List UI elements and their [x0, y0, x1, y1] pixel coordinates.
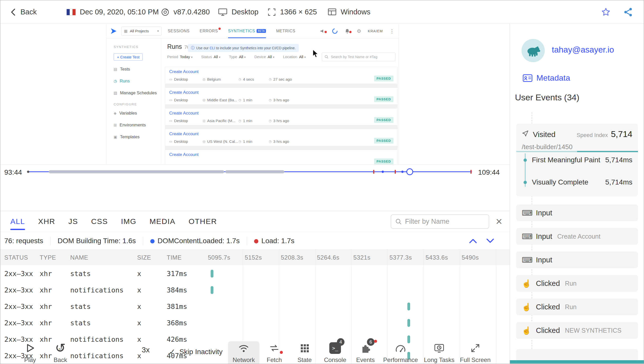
replayed-app-tabs: SESSIONS ERRORS SYNTHETICSBETA METRICS	[168, 24, 295, 38]
screen-resolution: 1366 × 625	[267, 0, 317, 24]
status-badge: PASSED	[374, 158, 393, 164]
skip-back-button[interactable]: ↺10 Back	[48, 342, 72, 363]
tab-css[interactable]: CSS	[91, 211, 108, 232]
user-email: tahay@asayer.io	[552, 45, 614, 55]
timeline-track[interactable]	[28, 165, 472, 179]
dom-building-time: DOM Building Time: 1.6s	[58, 237, 136, 245]
info-icon: ⓘ	[191, 46, 194, 50]
fetch-panel-button[interactable]: Fetch	[260, 342, 288, 363]
timeline-start-dot	[27, 171, 29, 173]
location-pin-icon: ◎	[203, 140, 205, 143]
full-screen-button[interactable]: Full Screen	[459, 342, 492, 363]
dcl-dot-icon	[150, 239, 155, 243]
sidebar-item-manage-schedules: ▧Manage Schedules	[114, 90, 161, 96]
chevron-left-icon	[10, 7, 16, 17]
project-selector-label: All Projects	[130, 29, 149, 33]
back-button[interactable]: Back	[10, 0, 37, 24]
filter-location: LocationAll▾	[283, 55, 306, 59]
sidebar-section-synthetics: SYNTHETICS	[114, 45, 161, 49]
input-event-card[interactable]: ⌨ Input	[516, 252, 638, 268]
metadata-button[interactable]: Metadata	[523, 73, 570, 83]
network-table-header: STATUS TYPE NAME SIZE TIME 5095.7s 5152s…	[0, 249, 510, 265]
play-button[interactable]: Play	[18, 342, 42, 363]
loading-spinner-icon	[332, 28, 338, 34]
jump-prev-button[interactable]	[469, 238, 477, 244]
status-badge: PASSED	[374, 138, 393, 144]
clock-icon: ◷	[114, 79, 117, 83]
performance-panel-button[interactable]: Performance	[382, 342, 419, 363]
fmp-metric: First Meaningful Paint 5,714ms	[516, 156, 638, 164]
mouse-cursor-icon	[312, 50, 320, 58]
visited-event-card[interactable]: Visited Speed Index 5,714 /test-builder/…	[516, 124, 638, 196]
visited-label: Visited	[533, 130, 556, 139]
tab-img[interactable]: IMG	[121, 211, 136, 232]
share-button[interactable]	[623, 0, 633, 24]
network-filter-input[interactable]	[405, 218, 485, 225]
user-events-sidebar: tahay@asayer.io Metadata User Events (34…	[510, 24, 644, 364]
tab-media[interactable]: MEDIA	[150, 211, 176, 232]
network-panel-button[interactable]: Network	[228, 342, 259, 363]
session-date: Dec 09, 2020, 05:10 PM	[66, 0, 159, 24]
sidebar-item-runs: ◷Runs	[114, 79, 161, 84]
tab-synthetics: SYNTHETICSBETA	[228, 24, 266, 38]
col-timeline: 5208.3s	[281, 254, 303, 261]
state-panel-button[interactable]: State	[291, 342, 318, 363]
skip-inactivity-toggle[interactable]: ✓ Skip Inactivity	[169, 347, 222, 356]
events-count-badge: 6	[367, 338, 375, 346]
favorite-button[interactable]	[601, 0, 611, 24]
search-icon	[395, 218, 402, 225]
request-row[interactable]: 2xx–3xxxhrstatsx368ms	[0, 314, 510, 331]
inactivity-segment	[49, 170, 224, 173]
tab-js[interactable]: JS	[68, 211, 78, 232]
monitor-icon: ▭	[169, 98, 172, 102]
clock-icon: ◷	[238, 119, 241, 123]
user-avatar	[522, 39, 545, 62]
clock-icon: ◷	[238, 98, 241, 102]
long-tasks-panel-button[interactable]: Long Tasks	[421, 342, 458, 363]
filter-period: PeriodToday▾	[167, 55, 192, 59]
playhead-handle[interactable]	[406, 168, 413, 175]
replay-viewport: ▦ All Projects ▾ SESSIONS ERRORS SYNTHET…	[0, 24, 510, 165]
col-timeline: 5095.7s	[208, 254, 230, 261]
console-panel-button[interactable]: >_4 Console	[321, 342, 349, 363]
events-panel-button[interactable]: 6 Events	[351, 342, 380, 363]
click-event-card[interactable]: ☝ Clicked Run	[516, 299, 638, 315]
input-event-card[interactable]: ⌨ Input Create Account	[516, 228, 638, 245]
event-card-partial[interactable]	[516, 349, 638, 360]
col-time: TIME	[167, 254, 182, 261]
search-icon	[325, 55, 329, 59]
device-type-label: Desktop	[232, 8, 258, 16]
templates-icon: ▣	[114, 135, 117, 139]
network-filter-input-box	[391, 214, 489, 229]
click-event-card[interactable]: ☝ Clicked NEW SYNTHETICS	[516, 322, 638, 339]
col-size: SIZE	[137, 254, 151, 261]
filter-status: StatusAll▾	[201, 55, 220, 59]
col-timeline: 5377.3s	[389, 254, 412, 261]
resolution-icon	[267, 8, 276, 16]
notification-dot	[280, 351, 283, 354]
tab-xhr[interactable]: XHR	[38, 211, 55, 232]
request-row[interactable]: 2xx–3xxxhrnotificationsx384ms	[0, 282, 510, 298]
close-panel-button[interactable]: ×	[496, 213, 502, 230]
jump-next-button[interactable]	[486, 238, 494, 244]
device-type: Desktop	[218, 0, 258, 24]
navigation-arrow-icon	[522, 130, 529, 137]
monitor-icon: ▭	[169, 77, 172, 81]
test-search-placeholder: Search by Test Name or #Tag	[331, 55, 377, 59]
request-row[interactable]: 2xx–3xxxhrstatsx317ms	[0, 265, 510, 282]
environments-icon: ⊞	[114, 123, 117, 127]
location-pin-icon: ◎	[203, 119, 205, 123]
input-event-card[interactable]: ⌨ Input	[516, 204, 638, 221]
click-event-card[interactable]: ☝ Clicked Run	[516, 275, 638, 292]
project-selector: ▦ All Projects ▾	[121, 27, 162, 36]
filter-device: DeviceAll▾	[254, 55, 275, 59]
notification-dot	[325, 31, 327, 33]
playback-speed-button[interactable]: 3x	[142, 346, 150, 354]
tab-other[interactable]: OTHER	[189, 211, 217, 232]
bell-icon	[344, 28, 350, 34]
session-date-label: Dec 09, 2020, 05:10 PM	[80, 8, 159, 16]
tab-all[interactable]: ALL	[10, 211, 25, 232]
request-row[interactable]: 2xx–3xxxhrstatsx381ms	[0, 298, 510, 314]
col-timeline: 5321s	[353, 254, 370, 261]
visited-url: /test-builder/1450	[522, 143, 632, 151]
